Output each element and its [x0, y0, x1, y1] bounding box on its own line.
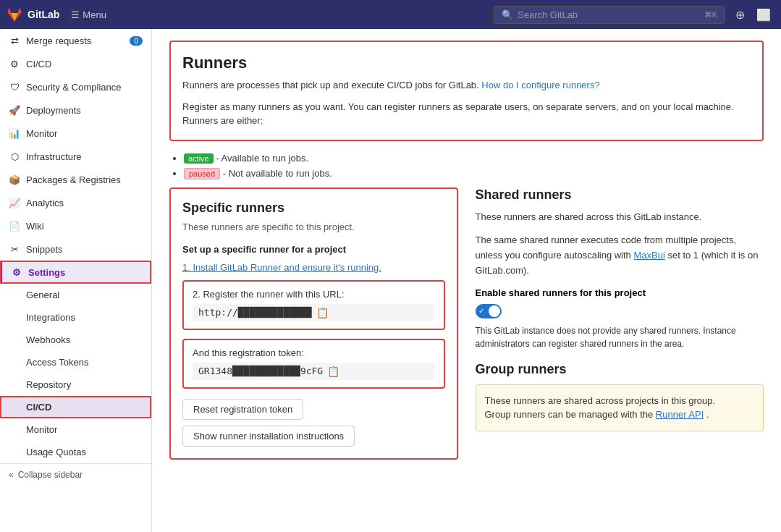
sidebar-sub-webhooks[interactable]: Webhooks [0, 329, 151, 351]
status-paused-item: paused - Not available to run jobs. [184, 168, 764, 179]
search-shortcut: ⌘K [704, 10, 717, 20]
sidebar-sub-general[interactable]: General [0, 284, 151, 306]
runners-columns: Specific runners These runners are speci… [169, 187, 764, 460]
sidebar-item-deployments[interactable]: 🚀 Deployments [0, 98, 151, 122]
group-runners-desc2: Group runners can be managed with the Ru… [485, 408, 755, 422]
chevron-left-icon: « [9, 470, 14, 480]
sidebar-item-snippets[interactable]: ✂ Snippets [0, 237, 151, 261]
sidebar-item-wiki[interactable]: 📄 Wiki [0, 214, 151, 237]
setup-title: Set up a specific runner for a project [182, 244, 445, 255]
plus-button[interactable]: ⊕ [731, 5, 749, 25]
sidebar-sub-integrations[interactable]: Integrations [0, 306, 151, 329]
specific-runners-box: Specific runners These runners are speci… [169, 187, 458, 460]
token-box: And this registration token: GR1348█████… [182, 339, 445, 389]
sidebar-item-security[interactable]: 🛡 Security & Compliance [0, 75, 151, 98]
sidebar: ⇄ Merge requests 0 ⚙ CI/CD 🛡 Security & … [0, 29, 152, 532]
register-url-value: http://█████████████ 📋 [193, 304, 435, 321]
no-shared-desc: This GitLab instance does not provide an… [476, 324, 764, 350]
specific-runners-col: Specific runners These runners are speci… [169, 187, 458, 460]
merge-requests-icon: ⇄ [9, 35, 20, 46]
group-runners-desc: These runners are shared across projects… [485, 394, 755, 408]
runner-api-link[interactable]: Runner API [656, 409, 704, 420]
reset-registration-token-button[interactable]: Reset registration token [182, 399, 303, 420]
search-icon: 🔍 [502, 9, 513, 20]
collapse-sidebar-btn[interactable]: « Collapse sidebar [0, 463, 151, 486]
sidebar-item-packages[interactable]: 📦 Packages & Registries [0, 168, 151, 191]
settings-icon: ⚙ [11, 266, 22, 278]
shared-group-runners-col: Shared runners These runners are shared … [476, 187, 764, 460]
sidebar-sub-usage-quotas[interactable]: Usage Quotas [0, 441, 151, 463]
url-copy-button[interactable]: 📋 [316, 307, 329, 318]
group-runners-title: Group runners [476, 362, 764, 377]
sidebar-sub-monitor[interactable]: Monitor [0, 418, 151, 441]
search-input[interactable] [518, 9, 700, 20]
group-runners-section: Group runners These runners are shared a… [476, 362, 764, 431]
sidebar-item-settings[interactable]: ⚙ Settings [0, 261, 151, 284]
sidebar-item-infrastructure[interactable]: ⬡ Infrastructure [0, 145, 151, 168]
shared-desc2: The same shared runner executes code fro… [476, 233, 764, 278]
toggle-check-icon: ✓ [478, 307, 484, 315]
specific-runners-title: Specific runners [182, 200, 445, 216]
packages-icon: 📦 [9, 174, 20, 185]
monitor-button[interactable]: ⬜ [752, 5, 775, 25]
search-bar[interactable]: 🔍 ⌘K [494, 6, 725, 24]
sidebar-item-monitor[interactable]: 📊 Monitor [0, 122, 151, 145]
runners-section: Runners Runners are processes that pick … [169, 41, 764, 141]
sidebar-item-analytics[interactable]: 📈 Analytics [0, 191, 151, 214]
menu-button[interactable]: ☰ Menu [65, 7, 112, 23]
shared-runners-title: Shared runners [476, 187, 764, 203]
main-content: Runners Runners are processes that pick … [152, 29, 781, 532]
step1-link[interactable]: 1. Install GitLab Runner and ensure it's… [182, 262, 445, 273]
show-runner-instructions-button[interactable]: Show runner installation instructions [182, 426, 355, 447]
token-copy-button[interactable]: 📋 [327, 366, 339, 377]
paused-badge: paused [184, 168, 220, 180]
infrastructure-icon: ⬡ [9, 151, 20, 162]
shared-desc1: These runners are shared across this Git… [476, 210, 764, 225]
snippets-icon: ✂ [9, 243, 20, 255]
topbar-icons: ⊕ ⬜ [731, 5, 775, 25]
maxbuild-link[interactable]: MaxBui [633, 250, 664, 261]
sidebar-item-cicd[interactable]: ⚙ CI/CD [0, 52, 151, 75]
gitlab-logo: GitLab [6, 6, 59, 23]
sidebar-sub-cicd[interactable]: CI/CD [0, 396, 151, 418]
runners-title: Runners [182, 54, 751, 72]
status-active-item: active - Available to run jobs. [184, 153, 764, 164]
group-runners-box: These runners are shared across projects… [476, 384, 764, 431]
enable-shared-label: Enable shared runners for this project [476, 287, 764, 298]
register-url-label: 2. Register the runner with this URL: [193, 289, 435, 300]
deployments-icon: 🚀 [9, 104, 20, 116]
active-badge: active [184, 153, 214, 164]
sidebar-sub-access-tokens[interactable]: Access Tokens [0, 351, 151, 373]
runners-desc2: Register as many runners as you want. Yo… [182, 100, 751, 128]
runners-desc1: Runners are processes that pick up and e… [182, 78, 751, 93]
register-url-box: 2. Register the runner with this URL: ht… [182, 280, 445, 330]
shared-runners-section: Shared runners These runners are shared … [476, 187, 764, 350]
token-value: GR1348████████████9cFG 📋 [193, 363, 435, 380]
runners-status-list: active - Available to run jobs. paused -… [169, 153, 764, 179]
specific-runners-desc: These runners are specific to this proje… [182, 221, 445, 232]
cicd-icon: ⚙ [9, 58, 20, 69]
sidebar-item-merge-requests[interactable]: ⇄ Merge requests 0 [0, 29, 151, 52]
toggle-wrap: ✓ [476, 304, 764, 318]
token-label: And this registration token: [193, 347, 435, 358]
configure-runners-link[interactable]: How do I configure runners? [481, 80, 599, 90]
sidebar-sub-repository[interactable]: Repository [0, 373, 151, 396]
enable-shared-runners-toggle[interactable]: ✓ [476, 304, 502, 318]
monitor-icon: 📊 [9, 127, 20, 139]
topbar: GitLab ☰ Menu 🔍 ⌘K ⊕ ⬜ [0, 0, 781, 29]
security-icon: 🛡 [9, 81, 20, 93]
analytics-icon: 📈 [9, 197, 20, 208]
runner-buttons: Reset registration token Show runner ins… [182, 399, 445, 447]
wiki-icon: 📄 [9, 220, 20, 232]
